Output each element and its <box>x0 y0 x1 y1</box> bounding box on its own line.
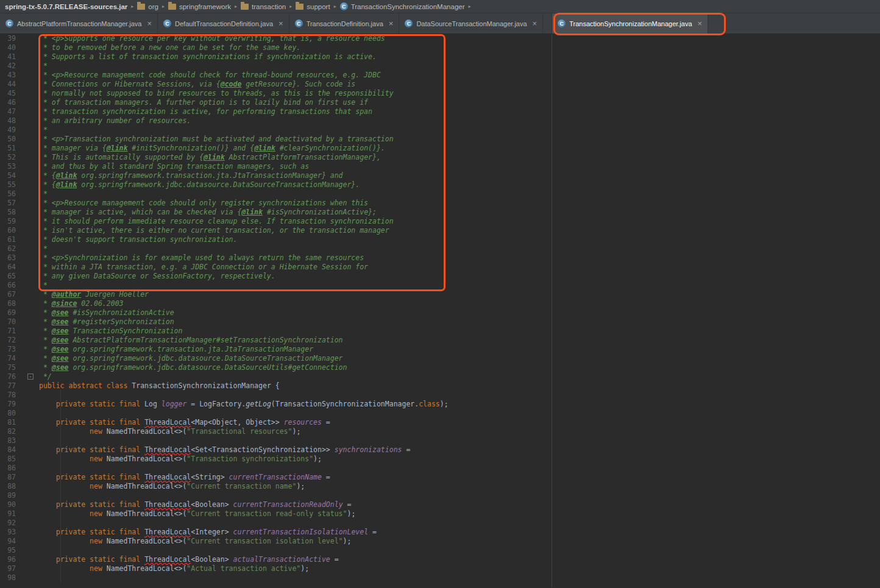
code-line-71[interactable]: 71 * @see TransactionSynchronization <box>0 327 880 336</box>
code-line-60[interactable]: 60 * isn't active, there is either no cu… <box>0 226 880 235</box>
code-line-51[interactable]: 51 * manager via {@link #initSynchroniza… <box>0 144 880 153</box>
code-line-66[interactable]: 66 * <box>0 281 880 290</box>
code-line-52[interactable]: 52 * This is automatically supported by … <box>0 153 880 162</box>
editor-tab-0[interactable]: CAbstractPlatformTransactionManager.java… <box>0 13 158 34</box>
code-line-50[interactable]: 50 * <p>Transaction synchronization must… <box>0 135 880 144</box>
code-line-43[interactable]: 43 * <p>Resource management code should … <box>0 71 880 80</box>
code-line-61[interactable]: 61 * doesn't support transaction synchro… <box>0 235 880 244</box>
code-text: * @see org.springframework.jdbc.datasour… <box>39 363 347 372</box>
code-line-64[interactable]: 64 * within a JTA transaction, e.g. a JD… <box>0 263 880 272</box>
code-line-88[interactable]: 88 new NamedThreadLocal<>("Current trans… <box>0 482 880 491</box>
gutter: 40 <box>0 43 39 52</box>
editor-tab-2[interactable]: CTransactionDefinition.java× <box>289 13 400 34</box>
breadcrumb-item-transaction[interactable]: transaction <box>241 3 286 10</box>
breadcrumb-item-support[interactable]: support <box>296 3 330 10</box>
code-line-76[interactable]: 76- */ <box>0 372 880 381</box>
code-line-86[interactable]: 86 <box>0 464 880 473</box>
code-line-77[interactable]: 77public abstract class TransactionSynch… <box>0 381 880 391</box>
close-tab-icon[interactable]: × <box>279 19 283 27</box>
code-line-49[interactable]: 49 * <box>0 126 880 135</box>
fold-column <box>16 80 39 89</box>
breadcrumb-item-spring-tx-5.0.7.RELEASE-sources.jar[interactable]: spring-tx-5.0.7.RELEASE-sources.jar <box>5 3 127 10</box>
line-number: 39 <box>0 34 16 43</box>
code-line-97[interactable]: 97 new NamedThreadLocal<>("Actual transa… <box>0 564 880 573</box>
code-line-82[interactable]: 82 new NamedThreadLocal<>("Transactional… <box>0 427 880 436</box>
line-number: 92 <box>0 519 16 528</box>
code-line-53[interactable]: 53 * and thus by all standard Spring tra… <box>0 162 880 171</box>
fold-column <box>16 400 39 409</box>
code-line-45[interactable]: 45 * normally not supposed to bind resou… <box>0 89 880 98</box>
code-line-85[interactable]: 85 new NamedThreadLocal<>("Transaction s… <box>0 455 880 464</box>
line-number: 93 <box>0 528 16 537</box>
folder-icon <box>296 4 303 10</box>
code-text: * <p>Transaction synchronization must be… <box>39 135 394 144</box>
close-tab-icon[interactable]: × <box>147 19 152 27</box>
code-line-75[interactable]: 75 * @see org.springframework.jdbc.datas… <box>0 363 880 372</box>
code-line-48[interactable]: 48 * an arbitrary number of resources. <box>0 116 880 126</box>
code-line-83[interactable]: 83 <box>0 436 880 445</box>
code-line-47[interactable]: 47 * transaction synchronization is acti… <box>0 107 880 116</box>
fold-column <box>16 190 39 199</box>
close-tab-icon[interactable]: × <box>389 19 394 27</box>
code-line-92[interactable]: 92 <box>0 519 880 528</box>
code-line-41[interactable]: 41 * Supports a list of transaction sync… <box>0 52 880 62</box>
gutter: 80 <box>0 409 39 418</box>
editor-tab-3[interactable]: CDataSourceTransactionManager.java× <box>399 13 543 34</box>
line-number: 45 <box>0 89 16 98</box>
code-line-70[interactable]: 70 * @see #registerSynchronization <box>0 317 880 327</box>
editor-tab-1[interactable]: CDefaultTransactionDefinition.java× <box>158 13 289 34</box>
code-line-56[interactable]: 56 * <box>0 190 880 199</box>
breadcrumb-item-springframework[interactable]: springframework <box>168 3 231 10</box>
gutter: 48 <box>0 116 39 126</box>
code-line-57[interactable]: 57 * <p>Resource management code should … <box>0 199 880 208</box>
code-line-39[interactable]: 39 * <p>Supports one resource per key wi… <box>0 34 880 43</box>
fold-column <box>16 71 39 80</box>
editor[interactable]: 39 * <p>Supports one resource per key wi… <box>0 34 880 587</box>
code-line-46[interactable]: 46 * of transaction managers. A further … <box>0 98 880 107</box>
breadcrumb-item-TransactionSynchronizationManager[interactable]: CTransactionSynchronizationManager <box>340 2 465 10</box>
breadcrumb-label: support <box>307 3 330 10</box>
breadcrumb-item-org[interactable]: org <box>137 3 158 10</box>
code-line-91[interactable]: 91 new NamedThreadLocal<>("Current trans… <box>0 509 880 519</box>
code-line-81[interactable]: 81 private static final ThreadLocal<Map<… <box>0 418 880 427</box>
code-line-54[interactable]: 54 * {@link org.springframework.transact… <box>0 171 880 180</box>
code-line-72[interactable]: 72 * @see AbstractPlatformTransactionMan… <box>0 336 880 345</box>
code-line-95[interactable]: 95 <box>0 546 880 555</box>
code-line-79[interactable]: 79 private static final Log logger = Log… <box>0 400 880 409</box>
code-line-58[interactable]: 58 * manager is active, which can be che… <box>0 208 880 217</box>
code-line-69[interactable]: 69 * @see #isSynchronizationActive <box>0 308 880 317</box>
code-line-90[interactable]: 90 private static final ThreadLocal<Bool… <box>0 500 880 509</box>
code-line-78[interactable]: 78 <box>0 391 880 400</box>
close-tab-icon[interactable]: × <box>698 19 703 27</box>
code-line-40[interactable]: 40 * to be removed before a new one can … <box>0 43 880 52</box>
fold-icon[interactable]: - <box>27 374 34 380</box>
code-line-74[interactable]: 74 * @see org.springframework.jdbc.datas… <box>0 354 880 363</box>
chevron-right-icon: ▸ <box>131 4 133 9</box>
line-number: 68 <box>0 299 16 308</box>
fold-column <box>16 153 39 162</box>
code-line-98[interactable]: 98 <box>0 573 880 583</box>
code-line-80[interactable]: 80 <box>0 409 880 418</box>
fold-column <box>16 345 39 354</box>
code-line-96[interactable]: 96 private static final ThreadLocal<Bool… <box>0 555 880 564</box>
fold-column <box>16 180 39 190</box>
fold-column <box>16 253 39 263</box>
code-line-87[interactable]: 87 private static final ThreadLocal<Stri… <box>0 473 880 482</box>
code-line-93[interactable]: 93 private static final ThreadLocal<Inte… <box>0 528 880 537</box>
code-line-44[interactable]: 44 * Connections or Hibernate Sessions, … <box>0 80 880 89</box>
code-line-63[interactable]: 63 * <p>Synchronization is for example u… <box>0 253 880 263</box>
code-line-62[interactable]: 62 * <box>0 244 880 253</box>
code-line-68[interactable]: 68 * @since 02.06.2003 <box>0 299 880 308</box>
code-line-84[interactable]: 84 private static final ThreadLocal<Set<… <box>0 445 880 455</box>
code-line-89[interactable]: 89 <box>0 491 880 500</box>
code-line-42[interactable]: 42 * <box>0 62 880 71</box>
code-line-67[interactable]: 67 * @author Juergen Hoeller <box>0 290 880 299</box>
editor-tab-4[interactable]: CTransactionSynchronizationManager.java× <box>552 13 708 34</box>
code-line-94[interactable]: 94 new NamedThreadLocal<>("Current trans… <box>0 537 880 546</box>
code-line-65[interactable]: 65 * any given DataSource or SessionFact… <box>0 272 880 281</box>
close-tab-icon[interactable]: × <box>533 19 538 27</box>
code-line-55[interactable]: 55 * {@link org.springframework.jdbc.dat… <box>0 180 880 190</box>
code-line-73[interactable]: 73 * @see org.springframework.transactio… <box>0 345 880 354</box>
fold-column <box>16 327 39 336</box>
code-line-59[interactable]: 59 * it should perform immediate resourc… <box>0 217 880 226</box>
